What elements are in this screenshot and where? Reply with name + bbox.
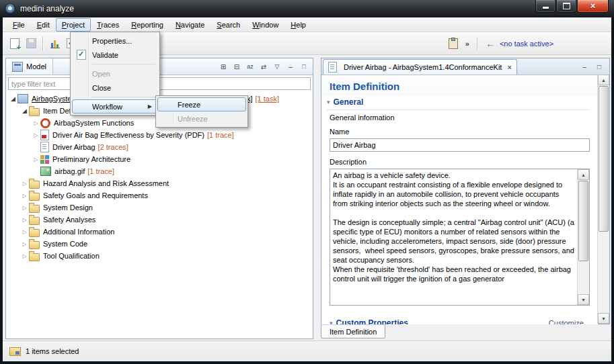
folder-icon [29,205,40,213]
collapse-arrow-icon[interactable]: ▷ [20,253,29,259]
model-tree: ◢ AirbagSystem1.4ConformanceKit [Airbag … [6,91,313,338]
toolbar-separator [477,37,478,50]
expand-arrow-icon[interactable]: ◢ [20,107,29,114]
minimize-button[interactable] [535,0,555,13]
collapse-arrow-icon[interactable]: ▷ [20,217,29,223]
active-task-label[interactable]: <no task active> [500,40,553,48]
tree-item-label: Driver Airbag [52,143,95,151]
editor-scrollbar[interactable]: ▲ ▼ [597,75,609,324]
scrollbar-thumb[interactable] [578,181,588,261]
scroll-down-icon[interactable]: ▼ [598,313,609,324]
task-list-button[interactable] [445,36,461,52]
tree-item-hazard-analysis[interactable]: ▷ Hazard Analysis and Risk Assessment [6,177,313,189]
scroll-up-icon[interactable]: ▲ [598,75,609,85]
name-input[interactable] [330,138,590,152]
general-section-label: General [334,97,364,107]
tree-item-label: System Code [43,240,87,248]
save-button [23,36,39,52]
link-with-editor-button[interactable]: ⇄ [258,60,270,73]
scroll-up-icon[interactable]: ▲ [578,169,589,180]
menu-traces[interactable]: Traces [91,18,125,32]
menu-item-label: Validate [92,51,118,59]
menu-item-validate[interactable]: Validate [72,48,158,62]
menu-reporting[interactable]: Reporting [125,18,169,32]
twistie-down-icon[interactable]: ▾ [327,99,330,105]
menu-item-label: Properties... [92,37,132,45]
collapse-arrow-icon[interactable]: ▷ [32,132,40,138]
menu-file[interactable]: File [7,18,31,32]
collapse-all-button[interactable]: ⊟ [231,60,243,73]
menu-edit[interactable]: Edit [31,18,56,32]
menu-help[interactable]: Help [284,18,312,32]
expand-all-button[interactable]: ⊞ [217,60,229,73]
menu-item-freeze[interactable]: Freeze [157,97,246,111]
document-icon [40,142,49,152]
application-window: medini analyze × File Edit Project Trace… [0,0,614,364]
tree-item-preliminary-architecture[interactable]: ▷ Preliminary Architecture [6,153,313,165]
menu-project[interactable]: Project [56,18,91,32]
menu-search[interactable]: Search [210,18,246,32]
tree-item-additional-information[interactable]: ▷ Additional Information [6,226,313,238]
folder-icon [29,229,40,237]
back-arrow-icon[interactable]: ← [486,38,496,49]
clipboard-icon [449,38,458,49]
tree-item-airbag-gif[interactable]: airbag.gif [1 trace] [6,165,313,177]
status-text: 1 items selected [26,347,79,355]
description-scrollbar[interactable]: ▲ ▼ [577,169,589,305]
model-view-icon [12,62,23,72]
menu-item-properties[interactable]: Properties... [72,34,158,48]
tree-item-safety-goals[interactable]: ▷ Safety Goals and Requirements [6,189,313,201]
bottom-tab-label: Item Definition [330,328,377,336]
menu-navigate[interactable]: Navigate [169,18,210,32]
collapse-arrow-icon[interactable]: ▷ [32,120,40,126]
new-button[interactable] [7,36,23,52]
editor-panel: Driver Airbag - AirbagSystem1.4Conforman… [321,58,610,324]
tab-model[interactable]: Model [6,58,53,75]
collapse-arrow-icon[interactable]: ▷ [32,156,40,163]
sort-button[interactable]: az [244,60,256,73]
description-textarea[interactable]: An airbag is a vehicle safety device. It… [330,169,590,306]
tree-item-safety-analyses[interactable]: ▷ Safety Analyses [6,214,313,226]
collapse-arrow-icon[interactable]: ▷ [20,193,29,199]
tree-item-label: airbag.gif [54,167,85,175]
collapse-arrow-icon[interactable]: ▷ [20,181,29,187]
menu-item-close[interactable]: Close [72,81,158,95]
titlebar[interactable]: medini analyze × [0,0,614,18]
model-tab-label: Model [26,62,46,71]
maximize-button[interactable] [556,0,576,13]
scrollbar-thumb[interactable] [599,86,609,232]
statusbar: 1 items selected [3,340,611,361]
minimize-editor-button[interactable]: – [578,60,590,73]
close-button[interactable]: × [577,0,609,13]
tree-item-driver-airbag[interactable]: Driver Airbag [2 traces] [6,141,313,153]
tree-item-label: Tool Qualification [43,252,100,260]
name-label: Name [330,128,590,136]
toolbar-overflow-chevron[interactable]: » [465,40,469,48]
view-menu-button[interactable]: ▽ [271,60,283,73]
scroll-down-icon[interactable]: ▼ [578,294,589,305]
tree-item-tool-qualification[interactable]: ▷ Tool Qualification [6,250,313,262]
menu-item-workflow[interactable]: Workflow ▶ [72,99,158,113]
general-section-header[interactable]: ▾ General [327,97,590,110]
tab-item-definition[interactable]: Item Definition [321,324,385,338]
menu-window[interactable]: Window [246,18,284,32]
report-button[interactable] [47,36,63,52]
minimize-icon [543,7,549,9]
editor-tab-driver-airbag[interactable]: Driver Airbag - AirbagSystem1.4Conforman… [323,59,517,75]
minimize-view-button[interactable]: – [284,60,297,73]
tree-item-system-code[interactable]: ▷ System Code [6,238,313,250]
tree-item-pdf-document[interactable]: ▷ Driver Air Bag Effectiveness by Severi… [6,129,313,141]
collapse-arrow-icon[interactable]: ▷ [20,205,29,211]
maximize-editor-button[interactable]: □ [593,60,605,73]
tree-item-label: Additional Information [43,228,114,236]
tree-item-system-design[interactable]: ▷ System Design [6,201,313,214]
workflow-submenu: Freeze Unfreeze [155,95,248,128]
folder-icon [29,108,40,116]
expand-arrow-icon[interactable]: ◢ [9,95,17,102]
validate-icon [77,50,86,60]
collapse-arrow-icon[interactable]: ▷ [20,229,29,235]
tab-close-icon[interactable]: × [507,63,511,71]
description-text[interactable]: An airbag is a vehicle safety device. It… [333,171,575,283]
collapse-arrow-icon[interactable]: ▷ [20,241,29,247]
maximize-view-button[interactable]: □ [298,60,310,73]
